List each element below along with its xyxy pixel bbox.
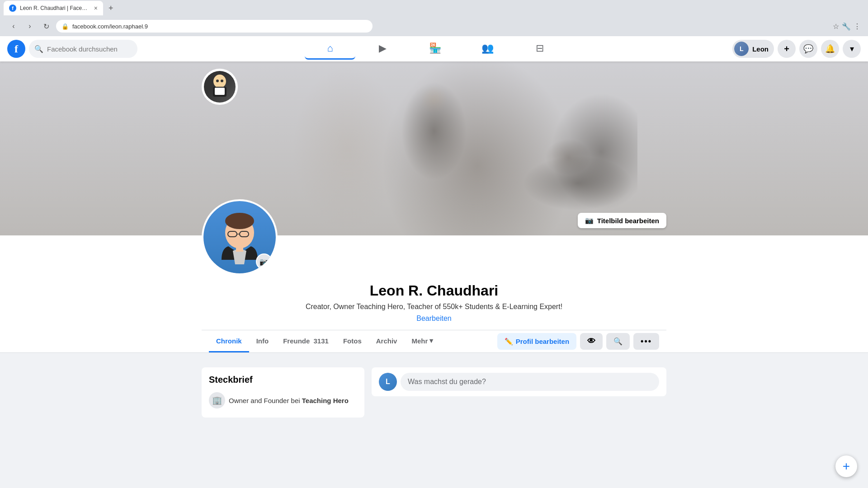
new-tab-button[interactable]: + — [105, 2, 117, 15]
profile-avatar-row: 📷 — [202, 235, 666, 282]
edit-cover-button[interactable]: 📷 Titelbild bearbeiten — [578, 213, 666, 228]
cover-photo: 📷 Titelbild bearbeiten — [0, 61, 868, 235]
nav-groups[interactable]: 👥 — [462, 38, 513, 60]
camera-icon: 📷 — [585, 216, 594, 225]
post-input-row: L Was machst du gerade? — [379, 373, 659, 391]
nav-marketplace[interactable]: 🏪 — [410, 38, 460, 60]
profile-avatar: 📷 — [202, 199, 278, 275]
chevron-down-icon: ▾ — [850, 44, 854, 54]
left-column: Steckbrief 🏢 Owner and Founder bei Teach… — [202, 367, 364, 418]
main-navigation: ⌂ ▶ 🏪 👥 ⊟ — [137, 38, 732, 60]
edit-cover-label: Titelbild bearbeiten — [597, 217, 659, 225]
more-icon: ••• — [641, 337, 652, 346]
profile-container: 📷 Titelbild bearbeiten — [0, 61, 868, 432]
more-options-button[interactable]: ••• — [633, 333, 659, 350]
profile-nav-archiv[interactable]: Archiv — [369, 331, 405, 352]
url-text: facebook.com/leon.raphael.9 — [72, 23, 148, 30]
profile-bio: Creator, Owner Teaching Hero, Teacher of… — [202, 303, 666, 311]
watermark-logo — [202, 69, 238, 105]
edit-bio-link[interactable]: Bearbeiten — [416, 314, 451, 322]
right-column: L Was machst du gerade? — [372, 367, 666, 418]
messenger-icon: 💬 — [803, 44, 813, 54]
home-icon: ⌂ — [327, 42, 333, 54]
edit-profile-button[interactable]: ✏️ Profil bearbeiten — [497, 333, 576, 350]
profile-info-section: 📷 Leon R. Chaudhari Creator, Owner Teach… — [0, 235, 868, 353]
camera-silhouette — [547, 89, 637, 215]
friends-count: 3131 — [314, 337, 329, 345]
steckbrief-card: Steckbrief 🏢 Owner and Founder bei Teach… — [202, 367, 364, 418]
steckbrief-item-work: 🏢 Owner and Founder bei Teaching Hero — [209, 390, 357, 410]
steckbrief-title: Steckbrief — [209, 375, 357, 385]
back-button[interactable]: ‹ — [7, 20, 20, 33]
search-profile-button[interactable]: 🔍 — [606, 333, 630, 350]
avatar-camera-button[interactable]: 📷 — [256, 253, 272, 270]
groups-icon: 👥 — [481, 42, 494, 54]
messenger-button[interactable]: 💬 — [799, 40, 817, 58]
profile-nav-chronik[interactable]: Chronik — [209, 331, 249, 352]
forward-button[interactable]: › — [24, 20, 36, 33]
tab-favicon: f — [9, 5, 16, 12]
profile-action-buttons: ✏️ Profil bearbeiten 👁 🔍 ••• — [497, 333, 659, 350]
tab-title: Leon R. Chaudhari | Facebook — [20, 5, 90, 11]
svg-point-0 — [213, 75, 226, 88]
menu-icon[interactable]: ⋮ — [854, 22, 861, 31]
reload-button[interactable]: ↻ — [40, 20, 52, 33]
profile-section-inner: 📷 Leon R. Chaudhari Creator, Owner Teach… — [194, 235, 674, 352]
url-bar[interactable]: 🔒 facebook.com/leon.raphael.9 — [56, 20, 373, 33]
search-bar[interactable]: 🔍 — [29, 40, 137, 58]
profile-grid: Steckbrief 🏢 Owner and Founder bei Teach… — [194, 367, 674, 418]
watermark-circle — [202, 69, 238, 105]
nav-video[interactable]: ▶ — [357, 38, 408, 60]
steckbrief-work-text: Owner and Founder bei Teaching Hero — [229, 397, 349, 404]
svg-point-3 — [221, 80, 223, 82]
search-input[interactable] — [47, 45, 128, 53]
extensions-icon[interactable]: 🔧 — [842, 22, 851, 31]
browser-tab[interactable]: f Leon R. Chaudhari | Facebook × — [4, 1, 103, 15]
cover-inner: 📷 Titelbild bearbeiten — [194, 61, 674, 235]
profile-nav-mehr[interactable]: Mehr ▾ — [404, 330, 440, 352]
user-name: Leon — [752, 45, 769, 53]
add-icon: + — [784, 44, 789, 54]
header-right: L Leon + 💬 🔔 ▾ — [732, 40, 861, 58]
facebook-logo[interactable]: f — [7, 40, 25, 58]
video-icon: ▶ — [379, 42, 387, 54]
marketplace-icon: 🏪 — [429, 42, 441, 54]
svg-point-6 — [225, 213, 254, 229]
svg-rect-4 — [215, 88, 225, 95]
edit-icon: ✏️ — [505, 338, 513, 346]
profile-navigation: Chronik Info Freunde 3131 Fotos Archiv M… — [202, 330, 666, 352]
notification-icon: 🔔 — [825, 44, 835, 54]
profile-main-content: Steckbrief 🏢 Owner and Founder bei Teach… — [0, 353, 868, 432]
profile-name-section: Leon R. Chaudhari Creator, Owner Teachin… — [202, 282, 666, 330]
avatar-camera-icon: 📷 — [259, 258, 269, 266]
profile-nav-freunde[interactable]: Freunde 3131 — [276, 331, 336, 352]
eye-icon: 👁 — [587, 337, 595, 346]
nav-gaming[interactable]: ⊟ — [514, 38, 565, 60]
tab-close-button[interactable]: × — [94, 5, 98, 12]
post-input-field[interactable]: Was machst du gerade? — [401, 373, 659, 391]
user-avatar: L — [734, 42, 749, 56]
post-placeholder: Was machst du gerade? — [408, 378, 486, 386]
svg-point-2 — [216, 80, 219, 82]
user-chip[interactable]: L Leon — [732, 40, 774, 58]
search-profile-icon: 🔍 — [613, 337, 623, 346]
logo-letter: f — [14, 43, 18, 55]
svg-rect-10 — [236, 245, 243, 252]
post-box: L Was machst du gerade? — [372, 367, 666, 396]
bookmarks-icon[interactable]: ☆ — [833, 22, 839, 31]
profile-nav-fotos[interactable]: Fotos — [336, 331, 369, 352]
add-button[interactable]: + — [778, 40, 796, 58]
view-profile-button[interactable]: 👁 — [580, 333, 603, 350]
search-icon: 🔍 — [34, 45, 43, 53]
address-bar-row: ‹ › ↻ 🔒 facebook.com/leon.raphael.9 ☆ 🔧 … — [0, 16, 868, 36]
account-menu-button[interactable]: ▾ — [843, 40, 861, 58]
mehr-dropdown-icon: ▾ — [429, 337, 433, 345]
facebook-header: f 🔍 ⌂ ▶ 🏪 👥 ⊟ L Leon + — [0, 36, 868, 61]
work-icon: 🏢 — [209, 392, 225, 408]
profile-nav-info[interactable]: Info — [249, 331, 276, 352]
post-user-avatar: L — [379, 373, 397, 391]
profile-name: Leon R. Chaudhari — [202, 282, 666, 299]
notifications-button[interactable]: 🔔 — [821, 40, 839, 58]
browser-toolbar-right: ☆ 🔧 ⋮ — [833, 22, 861, 31]
nav-home[interactable]: ⌂ — [305, 38, 355, 60]
